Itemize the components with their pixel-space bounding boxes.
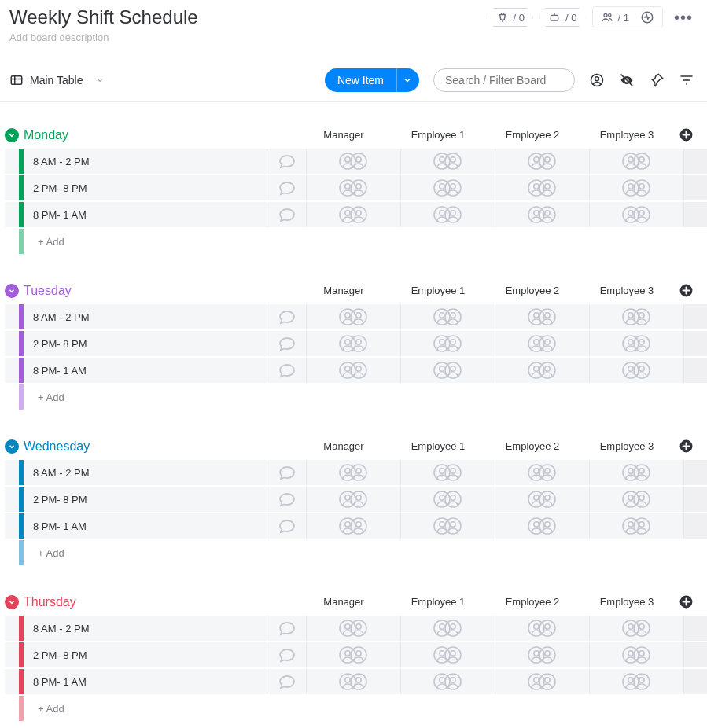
collapse-toggle[interactable] [5,595,19,609]
person-cell[interactable] [495,202,589,227]
members-chip[interactable]: / 1 [592,6,663,28]
person-cell[interactable] [400,616,495,641]
person-cell[interactable] [589,202,683,227]
column-header[interactable]: Employee 1 [391,440,485,452]
pin-button[interactable] [649,72,665,88]
collapse-toggle[interactable] [5,439,19,454]
column-header[interactable]: Manager [296,129,391,141]
group-title[interactable]: Tuesday [24,284,118,298]
add-row-label[interactable]: + Add [38,547,267,559]
column-header[interactable]: Employee 2 [485,596,580,608]
add-row-label[interactable]: + Add [38,703,267,715]
person-cell[interactable] [589,331,683,356]
conversation-cell[interactable] [267,616,306,641]
person-cell[interactable] [306,304,400,329]
table-row[interactable]: 2 PM- 8 PM [5,175,707,202]
group-title[interactable]: Monday [24,128,118,142]
person-cell[interactable] [589,513,683,539]
filter-button[interactable] [679,72,694,88]
person-cell[interactable] [400,149,495,174]
column-header[interactable]: Employee 2 [485,129,580,141]
table-row[interactable]: 2 PM- 8 PM [5,487,707,513]
conversation-cell[interactable] [267,331,306,356]
column-header[interactable]: Employee 2 [485,440,580,452]
table-row[interactable]: 8 PM- 1 AM [5,358,707,384]
new-item-dropdown[interactable] [396,68,419,92]
person-cell[interactable] [400,331,495,356]
person-cell[interactable] [306,487,400,512]
person-cell[interactable] [306,331,400,356]
group-title[interactable]: Thursday [24,595,118,609]
board-desc[interactable]: Add board description [9,31,198,43]
person-cell[interactable] [400,642,495,667]
item-name[interactable]: 2 PM- 8 PM [33,494,267,506]
person-cell[interactable] [589,669,683,694]
person-cell[interactable] [495,175,589,200]
conversation-cell[interactable] [267,358,306,383]
conversation-cell[interactable] [267,460,306,485]
search-input[interactable] [433,68,575,92]
person-cell[interactable] [400,513,495,539]
column-header[interactable]: Manager [296,285,391,296]
person-cell[interactable] [495,513,589,539]
person-cell[interactable] [589,642,683,667]
person-cell[interactable] [400,669,495,694]
person-cell[interactable] [495,669,589,694]
person-cell[interactable] [495,616,589,641]
person-cell[interactable] [589,616,683,641]
item-name[interactable]: 2 PM- 8 PM [33,649,267,661]
person-cell[interactable] [306,616,400,641]
person-cell[interactable] [400,304,495,329]
item-name[interactable]: 2 PM- 8 PM [33,182,267,194]
view-switcher[interactable]: Main Table [9,73,105,87]
table-row[interactable]: 2 PM- 8 PM [5,331,707,358]
person-cell[interactable] [495,487,589,512]
add-column-button[interactable] [674,283,698,298]
table-row[interactable]: 8 PM- 1 AM [5,202,707,229]
table-row[interactable]: 8 AM - 2 PM [5,149,707,175]
add-row[interactable]: + Add [5,384,707,411]
integrations-chip-2[interactable]: / 0 [539,8,585,27]
item-name[interactable]: 2 PM- 8 PM [33,338,267,350]
column-header[interactable]: Employee 3 [580,285,674,296]
item-name[interactable]: 8 AM - 2 PM [33,467,267,479]
person-cell[interactable] [400,202,495,227]
add-row[interactable]: + Add [5,696,707,722]
table-row[interactable]: 8 AM - 2 PM [5,460,707,487]
add-row[interactable]: + Add [5,229,707,256]
person-cell[interactable] [589,358,683,383]
conversation-cell[interactable] [267,487,306,512]
person-cell[interactable] [400,358,495,383]
person-cell[interactable] [495,642,589,667]
item-name[interactable]: 8 AM - 2 PM [33,623,267,634]
add-row[interactable]: + Add [5,540,707,567]
item-name[interactable]: 8 AM - 2 PM [33,311,267,323]
conversation-cell[interactable] [267,304,306,329]
person-cell[interactable] [306,460,400,485]
person-cell[interactable] [400,460,495,485]
column-header[interactable]: Employee 1 [391,285,485,296]
collapse-toggle[interactable] [5,128,19,142]
person-cell[interactable] [495,304,589,329]
person-cell[interactable] [306,513,400,539]
person-filter-button[interactable] [589,72,605,88]
person-cell[interactable] [400,175,495,200]
more-menu[interactable]: ••• [669,9,698,27]
table-row[interactable]: 2 PM- 8 PM [5,642,707,669]
table-row[interactable]: 8 PM- 1 AM [5,513,707,540]
column-header[interactable]: Employee 3 [580,596,674,608]
column-header[interactable]: Employee 1 [391,129,485,141]
hide-columns-button[interactable] [619,72,635,88]
board-title[interactable]: Weekly Shift Schedule [9,6,198,28]
add-column-button[interactable] [674,594,698,609]
conversation-cell[interactable] [267,642,306,667]
add-column-button[interactable] [674,439,698,454]
conversation-cell[interactable] [267,202,306,227]
conversation-cell[interactable] [267,669,306,694]
item-name[interactable]: 8 PM- 1 AM [33,676,267,688]
column-header[interactable]: Manager [296,596,391,608]
table-row[interactable]: 8 AM - 2 PM [5,616,707,642]
item-name[interactable]: 8 PM- 1 AM [33,209,267,221]
person-cell[interactable] [589,460,683,485]
item-name[interactable]: 8 PM- 1 AM [33,365,267,377]
